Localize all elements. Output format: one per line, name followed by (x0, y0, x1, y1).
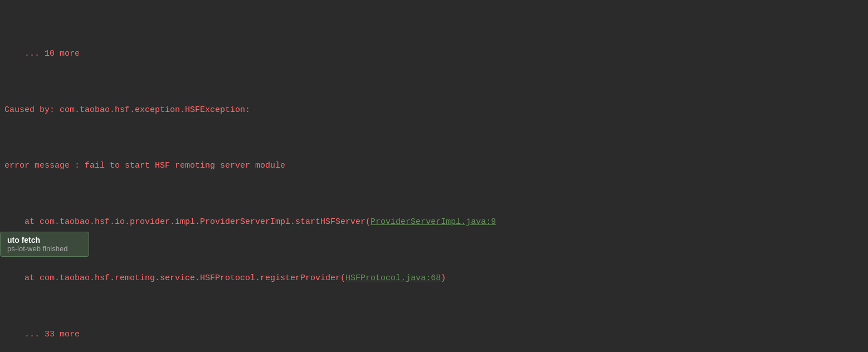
stack-trace-link[interactable]: ProviderServerImpl.java:9 (370, 217, 496, 227)
auto-fetch-subtitle: ps-iot-web finished (7, 245, 82, 253)
console-line: ... 33 more (0, 328, 868, 341)
console-output: ... 10 more Caused by: com.taobao.hsf.ex… (0, 0, 868, 352)
console-line: at com.taobao.hsf.io.provider.impl.Provi… (0, 216, 868, 229)
auto-fetch-tooltip: uto fetch ps-iot-web finished (0, 232, 89, 257)
stack-trace-link[interactable]: HSFProtocol.java:68 (345, 273, 441, 283)
console-line: error message : fail to start HSF remoti… (0, 159, 868, 173)
console-line: at com.taobao.hsf.remoting.service.HSFPr… (0, 272, 868, 285)
auto-fetch-title: uto fetch (7, 236, 82, 245)
console-line: ... 10 more (0, 47, 868, 61)
console-line: Caused by: com.taobao.hsf.exception.HSFE… (0, 104, 868, 117)
